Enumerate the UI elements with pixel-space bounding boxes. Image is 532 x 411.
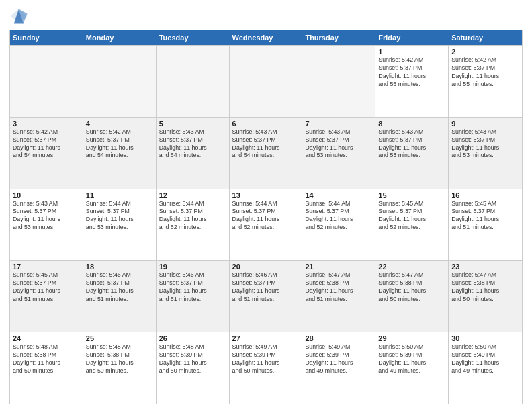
header-day-sunday: Sunday	[10, 30, 83, 45]
day-number: 21	[305, 263, 372, 271]
day-info: Sunrise: 5:42 AMSunset: 5:37 PMDaylight:…	[86, 128, 153, 161]
calendar-body: 1Sunrise: 5:42 AMSunset: 5:37 PMDaylight…	[10, 45, 522, 404]
day-number: 14	[305, 191, 372, 199]
day-number: 20	[232, 263, 300, 271]
day-number: 10	[13, 191, 80, 199]
day-number: 5	[159, 120, 226, 128]
header-day-wednesday: Wednesday	[230, 30, 303, 45]
calendar-week-5: 24Sunrise: 5:48 AMSunset: 5:38 PMDayligh…	[10, 332, 522, 404]
day-info: Sunrise: 5:43 AMSunset: 5:37 PMDaylight:…	[13, 200, 80, 232]
day-info: Sunrise: 5:48 AMSunset: 5:38 PMDaylight:…	[13, 343, 80, 375]
day-number: 1	[378, 48, 445, 56]
calendar-cell: 25Sunrise: 5:48 AMSunset: 5:38 PMDayligh…	[83, 332, 157, 404]
day-info: Sunrise: 5:42 AMSunset: 5:37 PMDaylight:…	[378, 56, 445, 89]
day-number: 26	[159, 334, 226, 342]
calendar-cell: 29Sunrise: 5:50 AMSunset: 5:39 PMDayligh…	[375, 332, 449, 404]
calendar-cell: 8Sunrise: 5:43 AMSunset: 5:37 PMDaylight…	[375, 118, 449, 189]
calendar-cell: 3Sunrise: 5:42 AMSunset: 5:37 PMDaylight…	[10, 118, 83, 189]
calendar-cell: 22Sunrise: 5:47 AMSunset: 5:38 PMDayligh…	[375, 261, 449, 332]
day-number: 6	[232, 120, 300, 128]
calendar-cell	[83, 46, 157, 117]
day-number: 19	[159, 263, 226, 271]
calendar-cell: 11Sunrise: 5:44 AMSunset: 5:37 PMDayligh…	[83, 189, 157, 261]
day-info: Sunrise: 5:42 AMSunset: 5:37 PMDaylight:…	[451, 56, 519, 89]
day-number: 18	[86, 263, 153, 271]
calendar-cell: 21Sunrise: 5:47 AMSunset: 5:38 PMDayligh…	[302, 261, 375, 332]
calendar-cell: 7Sunrise: 5:43 AMSunset: 5:37 PMDaylight…	[302, 118, 375, 189]
calendar-cell: 23Sunrise: 5:47 AMSunset: 5:38 PMDayligh…	[449, 261, 522, 332]
day-number: 24	[13, 334, 80, 342]
day-info: Sunrise: 5:49 AMSunset: 5:39 PMDaylight:…	[232, 343, 300, 375]
header-day-friday: Friday	[375, 30, 449, 45]
day-number: 4	[86, 120, 153, 128]
day-info: Sunrise: 5:43 AMSunset: 5:37 PMDaylight:…	[305, 128, 372, 161]
page: SundayMondayTuesdayWednesdayThursdayFrid…	[0, 0, 532, 411]
day-info: Sunrise: 5:48 AMSunset: 5:39 PMDaylight:…	[159, 343, 226, 375]
calendar: SundayMondayTuesdayWednesdayThursdayFrid…	[9, 30, 523, 404]
calendar-week-2: 3Sunrise: 5:42 AMSunset: 5:37 PMDaylight…	[10, 117, 522, 189]
day-info: Sunrise: 5:43 AMSunset: 5:37 PMDaylight:…	[232, 128, 300, 161]
calendar-week-1: 1Sunrise: 5:42 AMSunset: 5:37 PMDaylight…	[10, 45, 522, 117]
calendar-cell: 27Sunrise: 5:49 AMSunset: 5:39 PMDayligh…	[230, 332, 303, 404]
calendar-cell: 15Sunrise: 5:45 AMSunset: 5:37 PMDayligh…	[375, 189, 449, 261]
day-number: 3	[13, 120, 80, 128]
day-info: Sunrise: 5:43 AMSunset: 5:37 PMDaylight:…	[378, 128, 445, 161]
calendar-cell: 12Sunrise: 5:44 AMSunset: 5:37 PMDayligh…	[157, 189, 230, 261]
header	[9, 7, 523, 26]
header-day-monday: Monday	[83, 30, 157, 45]
day-info: Sunrise: 5:48 AMSunset: 5:38 PMDaylight:…	[86, 343, 153, 375]
day-info: Sunrise: 5:44 AMSunset: 5:37 PMDaylight:…	[86, 200, 153, 232]
calendar-cell: 24Sunrise: 5:48 AMSunset: 5:38 PMDayligh…	[10, 332, 83, 404]
day-info: Sunrise: 5:50 AMSunset: 5:39 PMDaylight:…	[378, 343, 445, 375]
day-number: 22	[378, 263, 445, 271]
calendar-cell: 14Sunrise: 5:44 AMSunset: 5:37 PMDayligh…	[302, 189, 375, 261]
calendar-cell	[230, 46, 303, 117]
day-info: Sunrise: 5:43 AMSunset: 5:37 PMDaylight:…	[451, 128, 519, 161]
day-number: 9	[451, 120, 519, 128]
day-info: Sunrise: 5:44 AMSunset: 5:37 PMDaylight:…	[232, 200, 300, 232]
day-info: Sunrise: 5:46 AMSunset: 5:37 PMDaylight:…	[86, 271, 153, 304]
calendar-cell: 30Sunrise: 5:50 AMSunset: 5:40 PMDayligh…	[449, 332, 522, 404]
day-number: 25	[86, 334, 153, 342]
day-number: 11	[86, 191, 153, 199]
calendar-cell: 9Sunrise: 5:43 AMSunset: 5:37 PMDaylight…	[449, 118, 522, 189]
calendar-cell: 26Sunrise: 5:48 AMSunset: 5:39 PMDayligh…	[157, 332, 230, 404]
header-day-thursday: Thursday	[302, 30, 375, 45]
day-info: Sunrise: 5:46 AMSunset: 5:37 PMDaylight:…	[159, 271, 226, 304]
calendar-cell: 20Sunrise: 5:46 AMSunset: 5:37 PMDayligh…	[230, 261, 303, 332]
day-number: 23	[451, 263, 519, 271]
calendar-cell: 17Sunrise: 5:45 AMSunset: 5:37 PMDayligh…	[10, 261, 83, 332]
day-number: 27	[232, 334, 300, 342]
day-number: 13	[232, 191, 300, 199]
day-info: Sunrise: 5:42 AMSunset: 5:37 PMDaylight:…	[13, 128, 80, 161]
calendar-cell: 28Sunrise: 5:49 AMSunset: 5:39 PMDayligh…	[302, 332, 375, 404]
day-number: 2	[451, 48, 519, 56]
calendar-cell: 13Sunrise: 5:44 AMSunset: 5:37 PMDayligh…	[230, 189, 303, 261]
day-number: 8	[378, 120, 445, 128]
calendar-cell: 2Sunrise: 5:42 AMSunset: 5:37 PMDaylight…	[449, 46, 522, 117]
day-info: Sunrise: 5:44 AMSunset: 5:37 PMDaylight:…	[159, 200, 226, 232]
day-number: 15	[378, 191, 445, 199]
day-info: Sunrise: 5:50 AMSunset: 5:40 PMDaylight:…	[451, 343, 519, 375]
day-info: Sunrise: 5:44 AMSunset: 5:37 PMDaylight:…	[305, 200, 372, 232]
calendar-cell: 16Sunrise: 5:45 AMSunset: 5:37 PMDayligh…	[449, 189, 522, 261]
calendar-cell: 6Sunrise: 5:43 AMSunset: 5:37 PMDaylight…	[230, 118, 303, 189]
logo	[9, 7, 30, 26]
calendar-cell: 10Sunrise: 5:43 AMSunset: 5:37 PMDayligh…	[10, 189, 83, 261]
calendar-week-4: 17Sunrise: 5:45 AMSunset: 5:37 PMDayligh…	[10, 260, 522, 332]
day-number: 17	[13, 263, 80, 271]
calendar-week-3: 10Sunrise: 5:43 AMSunset: 5:37 PMDayligh…	[10, 189, 522, 261]
day-info: Sunrise: 5:45 AMSunset: 5:37 PMDaylight:…	[378, 200, 445, 232]
calendar-header: SundayMondayTuesdayWednesdayThursdayFrid…	[10, 30, 522, 45]
day-info: Sunrise: 5:45 AMSunset: 5:37 PMDaylight:…	[13, 271, 80, 304]
day-info: Sunrise: 5:46 AMSunset: 5:37 PMDaylight:…	[232, 271, 300, 304]
day-info: Sunrise: 5:45 AMSunset: 5:37 PMDaylight:…	[451, 200, 519, 232]
day-info: Sunrise: 5:43 AMSunset: 5:37 PMDaylight:…	[159, 128, 226, 161]
logo-icon	[9, 7, 28, 26]
calendar-cell: 5Sunrise: 5:43 AMSunset: 5:37 PMDaylight…	[157, 118, 230, 189]
calendar-cell	[10, 46, 83, 117]
day-number: 30	[451, 334, 519, 342]
day-number: 16	[451, 191, 519, 199]
calendar-cell: 19Sunrise: 5:46 AMSunset: 5:37 PMDayligh…	[157, 261, 230, 332]
day-number: 7	[305, 120, 372, 128]
